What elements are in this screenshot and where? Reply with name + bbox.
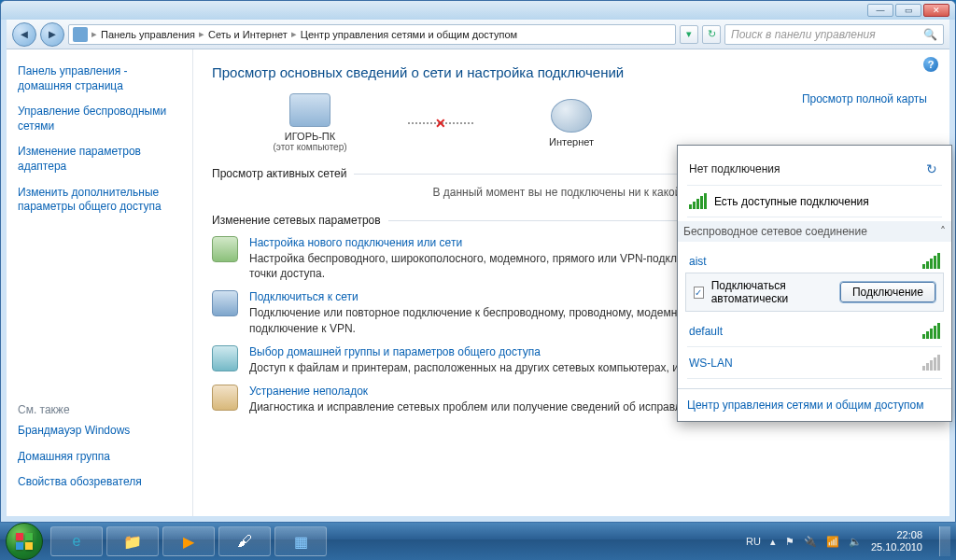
wireless-group-label: Беспроводное сетевое соединение xyxy=(683,225,867,238)
wifi-available-row: Есть доступные подключения xyxy=(687,186,942,217)
signal-bars-icon xyxy=(689,193,707,209)
taskbar-paint[interactable]: 🖌 xyxy=(218,526,271,556)
taskbar-explorer[interactable]: 📁 xyxy=(106,526,159,556)
active-networks-label: Просмотр активных сетей xyxy=(212,167,346,180)
connect-network-icon xyxy=(212,290,238,316)
pc-sub: (этот компьютер) xyxy=(249,142,371,152)
chevron-up-icon: ˄ xyxy=(940,225,946,238)
network-name: aist xyxy=(689,255,707,268)
volume-icon[interactable]: 🔈 xyxy=(849,536,862,548)
connection-line-broken: ✕ xyxy=(408,122,473,124)
lang-indicator[interactable]: RU xyxy=(746,536,761,547)
network-name: default xyxy=(689,325,723,338)
taskbar-ie[interactable]: e xyxy=(50,526,103,556)
svg-rect-0 xyxy=(16,533,23,540)
available-label: Есть доступные подключения xyxy=(714,195,869,208)
computer-icon xyxy=(289,93,330,127)
open-network-center-link[interactable]: Центр управления сетями и общим доступом xyxy=(678,388,951,421)
no-connection-label: Нет подключения xyxy=(689,162,780,175)
view-full-map-link[interactable]: Просмотр полной карты xyxy=(802,92,927,105)
taskbar-sidebar[interactable]: ▦ xyxy=(274,526,327,556)
taskbar: e 📁 ▶ 🖌 ▦ RU ▴ ⚑ 🔌 📶 🔈 22:08 25.10.2010 xyxy=(0,523,956,560)
breadcrumb[interactable]: ▸ Панель управления ▸ Сеть и Интернет ▸ … xyxy=(68,24,676,45)
folder-icon: 📁 xyxy=(123,533,142,551)
signal-bars-icon xyxy=(922,323,940,339)
internet-label: Интернет xyxy=(511,136,632,147)
chevron-right-icon: ▸ xyxy=(291,28,297,40)
auto-connect-checkbox[interactable]: ✓ xyxy=(694,287,704,299)
clock[interactable]: 22:08 25.10.2010 xyxy=(871,529,922,553)
search-input[interactable]: Поиск в панели управления 🔍 xyxy=(724,24,944,45)
pc-name: ИГОРЬ-ПК xyxy=(249,131,371,142)
change-settings-label: Изменение сетевых параметров xyxy=(212,214,381,227)
power-icon[interactable]: 🔌 xyxy=(804,536,817,548)
action-center-icon[interactable]: ⚑ xyxy=(785,536,794,548)
show-desktop-button[interactable] xyxy=(939,526,950,556)
internet-node: Интернет xyxy=(511,99,632,147)
svg-rect-3 xyxy=(25,542,33,550)
address-bar: ◄ ► ▸ Панель управления ▸ Сеть и Интерне… xyxy=(7,20,949,49)
homegroup-icon xyxy=(212,345,238,371)
seealso-firewall[interactable]: Брандмауэр Windows xyxy=(18,424,181,439)
auto-connect-label: Подключаться автоматически xyxy=(711,279,833,305)
taskbar-media[interactable]: ▶ xyxy=(162,526,215,556)
task-troubleshoot-link[interactable]: Устранение неполадок xyxy=(249,385,710,398)
system-tray: RU ▴ ⚑ 🔌 📶 🔈 22:08 25.10.2010 xyxy=(746,526,950,556)
wifi-flyout: Нет подключения ↻ Есть доступные подключ… xyxy=(677,145,952,422)
minimize-button[interactable]: — xyxy=(867,4,893,17)
gadget-icon: ▦ xyxy=(294,533,308,551)
time-text: 22:08 xyxy=(871,529,922,541)
crumb-network-internet[interactable]: Сеть и Интернет xyxy=(208,29,288,40)
back-button[interactable]: ◄ xyxy=(12,22,36,47)
seealso-internet-options[interactable]: Свойства обозревателя xyxy=(18,475,181,490)
tray-expand-icon[interactable]: ▴ xyxy=(770,536,776,548)
network-name: WS-LAN xyxy=(689,357,733,370)
dropdown-button[interactable]: ▾ xyxy=(680,25,698,44)
start-button[interactable] xyxy=(6,523,43,560)
see-also-label: См. также xyxy=(18,403,181,416)
media-icon: ▶ xyxy=(183,533,194,551)
svg-rect-1 xyxy=(25,533,33,540)
x-mark-icon: ✕ xyxy=(435,116,446,131)
task-desc: Диагностика и исправление сетевых пробле… xyxy=(249,399,710,414)
signal-bars-icon xyxy=(922,253,940,269)
seealso-homegroup[interactable]: Домашняя группа xyxy=(18,450,181,465)
refresh-button[interactable]: ↻ xyxy=(702,25,721,44)
new-connection-icon xyxy=(212,236,238,262)
maximize-button[interactable]: ▭ xyxy=(895,4,921,17)
chevron-right-icon: ▸ xyxy=(199,28,204,40)
sidebar: Панель управления - домашняя страница Уп… xyxy=(7,49,193,516)
forward-button[interactable]: ► xyxy=(40,22,64,47)
date-text: 25.10.2010 xyxy=(871,541,922,553)
globe-icon xyxy=(551,99,592,133)
ie-icon: e xyxy=(73,533,81,550)
network-item-aist[interactable]: aist xyxy=(687,245,942,269)
search-icon: 🔍 xyxy=(923,28,937,41)
wifi-status-row: Нет подключения ↻ xyxy=(687,153,942,186)
signal-bars-icon xyxy=(922,355,940,371)
page-title: Просмотр основных сведений о сети и наст… xyxy=(212,64,931,80)
connect-button[interactable]: Подключение xyxy=(840,282,935,302)
sidebar-advanced-sharing-link[interactable]: Изменить дополнительные параметры общего… xyxy=(18,186,181,215)
crumb-control-panel[interactable]: Панель управления xyxy=(101,29,195,40)
sidebar-adapter-link[interactable]: Изменение параметров адаптера xyxy=(18,145,181,174)
sidebar-wireless-link[interactable]: Управление беспроводными сетями xyxy=(18,105,181,133)
network-item-default[interactable]: default xyxy=(687,315,942,347)
search-placeholder: Поиск в панели управления xyxy=(731,28,876,41)
control-panel-icon xyxy=(73,27,88,42)
network-item-wslan[interactable]: WS-LAN xyxy=(687,347,942,379)
connect-panel: ✓ Подключаться автоматически Подключение xyxy=(685,273,944,312)
refresh-icon[interactable]: ↻ xyxy=(923,161,940,177)
titlebar: — ▭ ✕ xyxy=(1,1,955,20)
help-icon[interactable]: ? xyxy=(923,57,938,72)
close-button[interactable]: ✕ xyxy=(923,4,949,17)
network-icon[interactable]: 📶 xyxy=(826,536,839,548)
paint-icon: 🖌 xyxy=(237,533,252,550)
this-pc-node: ИГОРЬ-ПК (этот компьютер) xyxy=(249,93,371,152)
sidebar-home-link[interactable]: Панель управления - домашняя страница xyxy=(18,64,181,93)
crumb-sharing-center[interactable]: Центр управления сетями и общим доступом xyxy=(301,29,517,40)
troubleshoot-icon xyxy=(212,385,238,411)
svg-rect-2 xyxy=(16,542,23,550)
chevron-right-icon: ▸ xyxy=(91,28,97,40)
wireless-group-header[interactable]: Беспроводное сетевое соединение ˄ xyxy=(678,221,951,242)
